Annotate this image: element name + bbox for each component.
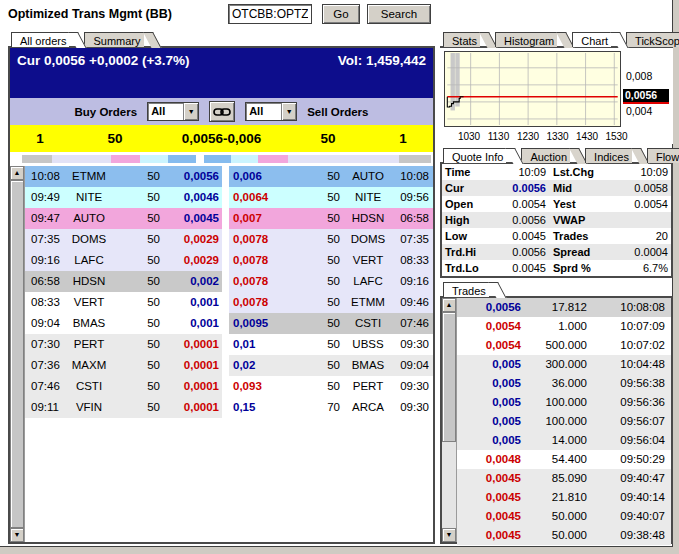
ask-row[interactable]: 0,007850LAFC09:16 bbox=[229, 271, 433, 292]
ask-row[interactable]: 0,09350PERT09:30 bbox=[229, 376, 433, 397]
bid-ask-spread: 0,0056-0,006 bbox=[160, 131, 283, 146]
tab-tickscope[interactable]: TickScope bbox=[626, 32, 679, 47]
buy-orders-select[interactable]: All ▼ bbox=[147, 102, 199, 121]
scrollbar-thumb[interactable] bbox=[10, 180, 24, 528]
bid-row[interactable]: 10:08ETMM500,0056 bbox=[25, 166, 222, 187]
ask-size: 50 bbox=[283, 131, 373, 146]
depth-bar-segment bbox=[52, 155, 111, 163]
tab-auction[interactable]: Auction bbox=[521, 148, 570, 163]
chevron-down-icon[interactable]: ▼ bbox=[183, 103, 198, 120]
app-frame: Optimized Trans Mgmt (BB) Go Search All … bbox=[0, 0, 673, 547]
chevron-down-icon[interactable]: ▼ bbox=[281, 103, 296, 120]
ask-row[interactable]: 0,0150UBSS09:30 bbox=[229, 334, 433, 355]
trade-row: 0,005100.00009:56:07 bbox=[457, 412, 671, 431]
scroll-up-icon[interactable]: ▲ bbox=[442, 298, 456, 312]
ask-row[interactable]: 0,007850VERT08:33 bbox=[229, 250, 433, 271]
bid-row[interactable]: 09:16LAFC500,0029 bbox=[25, 250, 222, 271]
depth-bar-segment bbox=[258, 155, 288, 163]
book-scrollbar[interactable]: ▲ ▼ bbox=[10, 166, 25, 542]
depth-bar-segment bbox=[204, 155, 231, 163]
tab-indices[interactable]: Indices bbox=[585, 148, 632, 163]
app-window: Optimized Trans Mgmt (BB) Go Search All … bbox=[0, 0, 679, 554]
scrollbar-track[interactable] bbox=[442, 442, 456, 528]
bid-row[interactable]: 09:49NITE500,0046 bbox=[25, 187, 222, 208]
tab-chart[interactable]: Chart bbox=[572, 32, 611, 47]
bid-row[interactable]: 07:36MAXM500,0001 bbox=[25, 355, 222, 376]
go-button[interactable]: Go bbox=[322, 4, 360, 24]
volume-text: Vol: 1,459,442 bbox=[338, 53, 426, 98]
intraday-chart-plot bbox=[444, 51, 621, 127]
scrollbar-thumb[interactable] bbox=[442, 312, 456, 442]
ask-row[interactable]: 0,0250BMAS09:04 bbox=[229, 355, 433, 376]
summary-bar: Cur 0,0056 +0,0002 (+3.7%) Vol: 1,459,44… bbox=[10, 48, 433, 98]
bid-row[interactable]: 09:47AUTO500,0045 bbox=[25, 208, 222, 229]
trade-row: 0,004585.09009:40:47 bbox=[457, 469, 671, 488]
bid-row[interactable]: 09:04BMAS500,001 bbox=[25, 313, 222, 334]
ask-row[interactable]: 0,00750HDSN06:58 bbox=[229, 208, 433, 229]
depth-bars-row bbox=[10, 152, 433, 166]
tab-trades[interactable]: Trades bbox=[443, 282, 489, 297]
scroll-down-icon[interactable]: ▼ bbox=[442, 528, 456, 542]
quote-row: Open0.0054Yest0.0054 bbox=[442, 196, 671, 212]
quote-row: Time10:09Lst.Chg10:09 bbox=[442, 164, 671, 180]
tab-flow[interactable]: Flow bbox=[647, 148, 679, 163]
tab-quote-info[interactable]: Quote Info bbox=[443, 148, 506, 163]
tab-all-orders[interactable]: All orders bbox=[11, 32, 69, 47]
ask-depth-bar bbox=[204, 155, 431, 163]
quote-row: Trd.Lo0.0045Sprd %6.7% bbox=[442, 260, 671, 276]
tab-summary[interactable]: Summary bbox=[84, 32, 143, 47]
chain-link-icon bbox=[213, 107, 231, 117]
depth-bar-segment bbox=[231, 155, 258, 163]
ask-row[interactable]: 0,1570ARCA09:30 bbox=[229, 397, 433, 418]
bid-table: 10:08ETMM500,005609:49NITE500,004609:47A… bbox=[25, 166, 222, 542]
tab-histogram[interactable]: Histogram bbox=[495, 32, 557, 47]
order-filter-row: Buy Orders All ▼ All ▼ bbox=[10, 98, 433, 125]
trade-row: 0,004550.00009:40:07 bbox=[457, 507, 671, 526]
trade-row: 0,00541.00010:07:09 bbox=[457, 317, 671, 336]
trades-scrollbar[interactable]: ▲ ▼ bbox=[442, 298, 457, 542]
ask-row[interactable]: 0,007850ETMM09:46 bbox=[229, 292, 433, 313]
search-button[interactable]: Search bbox=[367, 4, 431, 24]
trade-row: 0,004854.40009:50:29 bbox=[457, 450, 671, 469]
buy-orders-label: Buy Orders bbox=[74, 106, 137, 118]
order-book: ▲ ▼ 10:08ETMM500,005609:49NITE500,004609… bbox=[10, 166, 433, 542]
inside-quote-row: 1 50 0,0056-0,006 50 1 bbox=[10, 125, 433, 152]
symbol-input[interactable] bbox=[228, 4, 312, 24]
quote-row: High0.0056VWAP bbox=[442, 212, 671, 228]
chart-y-axis: 0,0056 0,0080,004 bbox=[623, 51, 673, 127]
book-divider bbox=[222, 166, 229, 542]
tab-stats[interactable]: Stats bbox=[443, 32, 480, 47]
bid-row[interactable]: 07:46CSTI500,0001 bbox=[25, 376, 222, 397]
order-book-panel: Cur 0,0056 +0,0002 (+3.7%) Vol: 1,459,44… bbox=[8, 46, 435, 544]
bid-row[interactable]: 07:35DOMS500,0029 bbox=[25, 229, 222, 250]
link-buy-sell-button[interactable] bbox=[209, 101, 235, 122]
ask-row[interactable]: 0,00650AUTO10:08 bbox=[229, 166, 433, 187]
chart-x-axis: 103011301230133014301530 bbox=[444, 129, 622, 144]
scroll-down-icon[interactable]: ▼ bbox=[10, 528, 24, 542]
sell-orders-label: Sell Orders bbox=[307, 106, 368, 118]
depth-bar-segment bbox=[111, 155, 141, 163]
bid-row[interactable]: 09:11VFIN500,0001 bbox=[25, 397, 222, 418]
bid-row[interactable]: 07:30PERT500,0001 bbox=[25, 334, 222, 355]
depth-bar-segment bbox=[288, 155, 399, 163]
sell-orders-select[interactable]: All ▼ bbox=[245, 102, 297, 121]
ask-row[interactable]: 0,009550CSTI07:46 bbox=[229, 313, 433, 334]
market-data-section: StatsHistogramChartTickScope 0,0056 0,00… bbox=[440, 28, 673, 544]
x-axis-label: 1230 bbox=[515, 131, 541, 142]
current-price-text: Cur 0,0056 +0,0002 (+3.7%) bbox=[17, 53, 190, 98]
scroll-up-icon[interactable]: ▲ bbox=[10, 166, 24, 180]
y-axis-label: 0,008 bbox=[626, 70, 652, 82]
ask-row[interactable]: 0,007850DOMS07:35 bbox=[229, 229, 433, 250]
ask-row[interactable]: 0,006450NITE09:56 bbox=[229, 187, 433, 208]
trades-list: 0,005617.81210:08:080,00541.00010:07:090… bbox=[457, 298, 671, 542]
buy-orders-select-value: All bbox=[148, 103, 183, 120]
order-book-section: All ordersSummary Cur 0,0056 +0,0002 (+3… bbox=[8, 28, 435, 544]
bid-row[interactable]: 08:33VERT500,001 bbox=[25, 292, 222, 313]
quote-row: Trd.Hi0.0056Spread0.0004 bbox=[442, 244, 671, 260]
ask-count: 1 bbox=[373, 131, 433, 146]
chart-tabs: StatsHistogramChartTickScope bbox=[440, 30, 673, 47]
depth-bar-segment bbox=[22, 155, 52, 163]
x-axis-label: 1330 bbox=[545, 131, 571, 142]
bid-row[interactable]: 06:58HDSN500,002 bbox=[25, 271, 222, 292]
bid-size: 50 bbox=[70, 131, 160, 146]
